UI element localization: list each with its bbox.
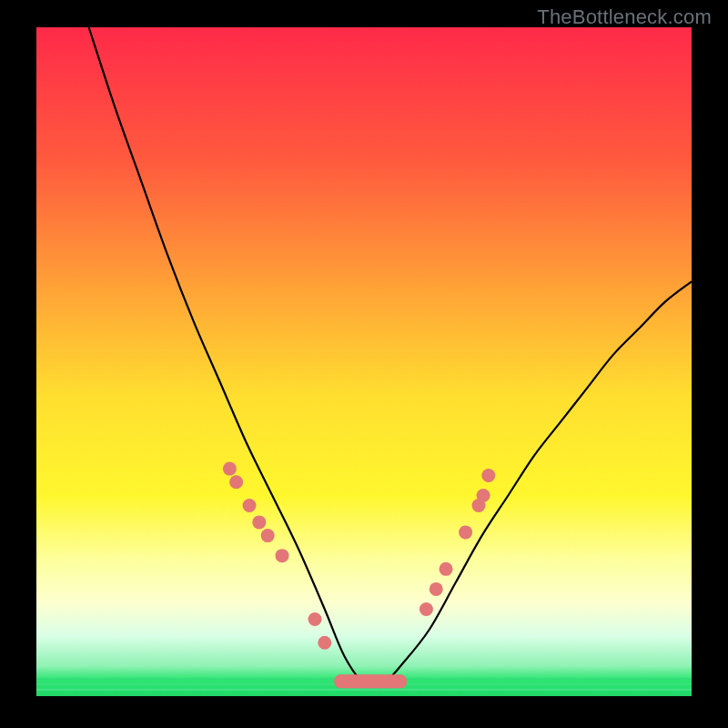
gradient-background (36, 27, 692, 696)
watermark-text: TheBottleneck.com (537, 5, 712, 29)
scatter-point (223, 462, 237, 476)
scatter-point (420, 602, 433, 616)
scatter-point (252, 515, 266, 529)
scatter-point (318, 636, 331, 650)
scatter-point (440, 562, 453, 576)
chart-svg (36, 27, 692, 696)
scatter-point (308, 612, 322, 626)
scatter-point (459, 525, 472, 539)
scatter-point (430, 582, 443, 596)
scatter-point (481, 469, 495, 482)
scatter-point (477, 489, 490, 502)
scatter-point (229, 475, 243, 489)
chart-plot-area (36, 27, 692, 696)
chart-frame: TheBottleneck.com (0, 0, 728, 728)
scatter-point (261, 529, 275, 542)
scatter-point (243, 499, 257, 512)
scatter-point (276, 549, 289, 562)
bottom-marker-bar (334, 674, 407, 688)
